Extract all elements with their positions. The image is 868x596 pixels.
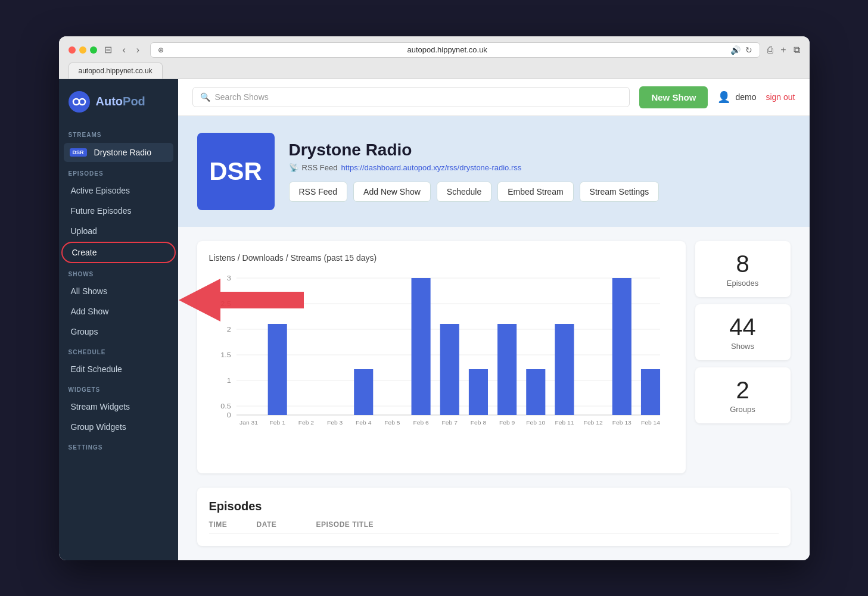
stat-card-episodes: 8 Episodes [695,241,791,297]
search-bar[interactable]: 🔍 Search Shows [192,87,630,107]
svg-rect-30 [640,369,659,415]
svg-text:0.5: 0.5 [220,402,231,410]
svg-text:Feb 11: Feb 11 [555,419,574,425]
active-tab[interactable]: autopod.hippynet.co.uk [69,63,163,79]
maximize-button[interactable] [90,46,97,54]
sidebar-item-drystone-radio[interactable]: DSR Drystone Radio [64,143,173,162]
minimize-button[interactable] [79,46,86,54]
back-button[interactable]: ‹ [119,43,129,57]
window-icon[interactable]: ⧉ [794,45,800,55]
svg-text:1.5: 1.5 [220,351,231,358]
close-button[interactable] [69,46,76,54]
sidebar-item-active-episodes[interactable]: Active Episodes [61,181,176,200]
search-icon: 🔍 [200,92,210,102]
sidebar-section-settings: SETTINGS [59,437,178,454]
rss-feed-button[interactable]: RSS Feed [289,182,348,202]
svg-text:Feb 9: Feb 9 [499,419,514,425]
svg-text:Jan 31: Jan 31 [239,419,258,425]
new-tab-icon[interactable]: + [780,45,786,55]
sidebar-item-create[interactable]: Create [61,242,176,263]
embed-stream-button[interactable]: Embed Stream [497,182,573,202]
sidebar: AutoPod STREAMS DSR Drystone Radio EPISO… [59,79,178,560]
new-show-button[interactable]: New Show [639,86,708,108]
rss-url-link[interactable]: https://dashboard.autopod.xyz/rss/drysto… [341,163,521,172]
episodes-title: Episodes [209,500,779,513]
username: demo [735,92,756,102]
sign-out-link[interactable]: sign out [766,92,795,102]
sidebar-item-add-show[interactable]: Add Show [61,302,176,321]
svg-rect-22 [411,278,430,415]
reload-icon[interactable]: ↻ [745,45,752,55]
svg-text:1: 1 [226,376,231,384]
sidebar-item-all-shows[interactable]: All Shows [61,282,176,301]
episodes-label: Episodes [705,279,781,288]
sidebar-item-label: Edit Schedule [71,364,122,374]
svg-text:Feb 1: Feb 1 [269,419,285,425]
rss-feed-line: 📡 RSS Feed https://dashboard.autopod.xyz… [289,163,791,172]
schedule-button[interactable]: Schedule [437,182,491,202]
chart-svg: 3 2.5 2 1.5 1 0.5 0 [209,272,674,427]
svg-text:Feb 12: Feb 12 [583,419,602,425]
svg-rect-23 [440,324,459,415]
sidebar-item-groups[interactable]: Groups [61,322,176,341]
sidebar-section-shows: SHOWS [59,264,178,281]
svg-rect-27 [555,324,574,415]
stat-card-shows: 44 Shows [695,304,791,360]
sidebar-section-episodes: EPISODES [59,163,178,180]
sidebar-item-group-widgets[interactable]: Group Widgets [61,417,176,436]
sidebar-item-stream-widgets[interactable]: Stream Widgets [61,397,176,416]
forward-button[interactable]: › [133,43,143,57]
main-area: 🔍 Search Shows New Show 👤 demo sign out … [178,79,810,560]
sidebar-item-label: Future Episodes [71,206,132,216]
sidebar-item-label: Active Episodes [71,186,130,195]
address-bar[interactable]: ⊕ autopod.hippynet.co.uk 🔊 ↻ [150,42,760,58]
stats-area: Listens / Downloads / Streams (past 15 d… [178,227,810,488]
episodes-table-header: TIME DATE EPISODE TITLE [209,520,779,534]
sidebar-item-label: Upload [71,226,97,236]
app-logo: AutoPod [59,79,178,124]
groups-label: Groups [705,405,781,414]
chart-container: 3 2.5 2 1.5 1 0.5 0 [209,272,674,427]
browser-actions: ⎙ + ⧉ [767,45,799,55]
svg-text:Feb 2: Feb 2 [298,419,313,425]
svg-text:Feb 5: Feb 5 [384,419,400,425]
share-icon[interactable]: ⎙ [767,45,773,55]
svg-rect-29 [612,278,631,415]
security-icon: ⊕ [158,46,164,54]
col-title-header: EPISODE TITLE [316,520,779,529]
show-name: Drystone Radio [289,141,791,160]
svg-text:Feb 4: Feb 4 [356,419,372,425]
svg-rect-24 [468,369,487,415]
chart-title: Listens / Downloads / Streams (past 15 d… [209,253,674,263]
show-logo: DSR [197,133,275,210]
sidebar-toggle-icon[interactable]: ⊟ [104,44,112,55]
svg-text:Feb 3: Feb 3 [326,419,342,425]
svg-point-0 [73,99,79,105]
sidebar-section-widgets: WIDGETS [59,379,178,397]
sidebar-section-schedule: SCHEDULE [59,342,178,359]
shows-label: Shows [705,342,781,351]
svg-text:Feb 7: Feb 7 [441,419,457,425]
col-time-header: TIME [209,520,245,529]
app-container: AutoPod STREAMS DSR Drystone Radio EPISO… [59,79,810,560]
svg-text:Feb 8: Feb 8 [470,419,486,425]
rss-icon: 📡 [289,163,298,172]
user-icon: 👤 [717,91,730,104]
nav-arrows: ‹ › [119,43,144,57]
episodes-count: 8 [705,251,781,277]
svg-text:0: 0 [226,411,231,419]
show-header: DSR Drystone Radio 📡 RSS Feed https://da… [178,116,810,227]
main-header: 🔍 Search Shows New Show 👤 demo sign out [178,79,810,116]
add-new-show-button[interactable]: Add New Show [353,182,431,202]
sidebar-item-label: Group Widgets [71,422,126,432]
show-info: Drystone Radio 📡 RSS Feed https://dashbo… [289,141,791,202]
sidebar-item-edit-schedule[interactable]: Edit Schedule [61,360,176,379]
browser-chrome: ⊟ ‹ › ⊕ autopod.hippynet.co.uk 🔊 ↻ ⎙ + ⧉… [59,36,810,79]
stat-card-groups: 2 Groups [695,367,791,423]
svg-text:Feb 6: Feb 6 [413,419,428,425]
svg-text:2: 2 [226,325,231,333]
svg-text:Feb 10: Feb 10 [526,419,545,425]
sidebar-item-future-episodes[interactable]: Future Episodes [61,201,176,220]
sidebar-item-upload[interactable]: Upload [61,221,176,241]
stream-settings-button[interactable]: Stream Settings [580,182,659,202]
